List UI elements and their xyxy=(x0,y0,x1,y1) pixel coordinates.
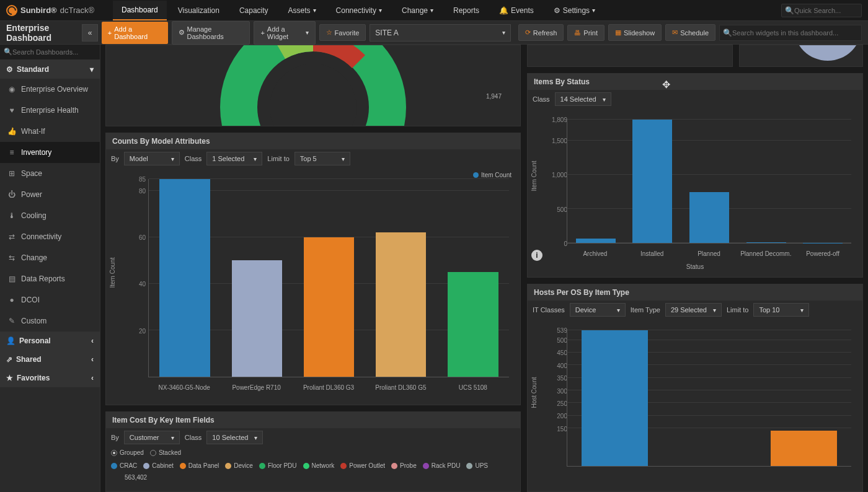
stacked-radio[interactable]: Stacked xyxy=(150,449,181,456)
y-tick: 450 xyxy=(557,349,567,356)
sidebar-section-standard[interactable]: ⚙Standard ▾ xyxy=(0,60,100,79)
legend-item[interactable]: Floor PDU xyxy=(259,462,297,469)
by-select[interactable]: Model▾ xyxy=(124,152,180,165)
bar[interactable] xyxy=(746,242,786,243)
sidebar-section-shared[interactable]: ⇗Shared ‹ xyxy=(0,350,100,369)
limit-select[interactable]: Top 5▾ xyxy=(294,152,350,165)
y-tick: 150 xyxy=(557,425,567,432)
plus-icon: + xyxy=(108,29,112,37)
x-tick: Archived xyxy=(567,250,624,257)
cost-by-select[interactable]: Customer▾ xyxy=(124,431,180,444)
nav-settings[interactable]: ⚙Settings▾ xyxy=(545,1,604,20)
schedule-button[interactable]: ✉Schedule xyxy=(665,24,715,41)
sidebar-item-what-if[interactable]: 👍What-If xyxy=(0,121,100,142)
bar[interactable] xyxy=(689,192,729,244)
y-tick: 1,809 xyxy=(552,116,567,123)
class-label: Class xyxy=(185,155,202,162)
add-widget-button[interactable]: +Add a Widget▾ xyxy=(254,21,315,45)
nav-visualization[interactable]: Visualization xyxy=(169,1,228,20)
sidebar-section-personal[interactable]: 👤Personal ‹ xyxy=(0,332,100,350)
bar[interactable] xyxy=(232,260,282,377)
add-dashboard-button[interactable]: +Add a Dashboard xyxy=(102,22,168,44)
sidebar-item-power[interactable]: ⏻Power xyxy=(0,184,100,205)
bar[interactable] xyxy=(376,232,426,377)
sidebar-search-input[interactable] xyxy=(0,45,100,60)
legend-item[interactable]: Rack PDU xyxy=(423,462,461,469)
class-label: Class xyxy=(185,434,202,441)
status-x-title: Status xyxy=(533,262,857,270)
bar[interactable] xyxy=(448,272,498,377)
bar[interactable] xyxy=(632,120,672,243)
y-axis-title: Item Count xyxy=(109,258,116,288)
sidebar-item-custom[interactable]: ✎Custom xyxy=(0,310,100,332)
print-icon: 🖶 xyxy=(574,29,581,37)
sidebar-item-enterprise-health[interactable]: ♥Enterprise Health xyxy=(0,100,100,121)
sidebar-item-change[interactable]: ⇆Change xyxy=(0,247,100,268)
favorite-button[interactable]: ☆Favorite xyxy=(319,24,366,41)
refresh-icon: ⟳ xyxy=(525,29,531,37)
sidebar-item-cooling[interactable]: 🌡Cooling xyxy=(0,205,100,226)
nav-events[interactable]: 🔔Events xyxy=(490,1,542,20)
sidebar-item-enterprise-overview[interactable]: ◉Enterprise Overview xyxy=(0,79,100,100)
legend-item[interactable]: Probe xyxy=(391,462,417,469)
refresh-button[interactable]: ⟳Refresh xyxy=(518,24,564,41)
bar[interactable] xyxy=(159,179,210,377)
cost-legend: Grouped Stacked CRACCabinetData PanelDev… xyxy=(106,447,520,473)
slideshow-button[interactable]: ▦Slideshow xyxy=(608,24,662,41)
bar[interactable] xyxy=(576,239,616,243)
cost-class-select[interactable]: 10 Selected▾ xyxy=(206,431,263,444)
nav-dashboard[interactable]: Dashboard xyxy=(113,1,167,20)
hosts-type-select[interactable]: 29 Selected▾ xyxy=(665,303,722,317)
chevron-down-icon: ▾ xyxy=(313,7,316,14)
nav-items: DashboardVisualizationCapacityAssets▾Con… xyxy=(113,1,604,20)
sidebar-icon: ✎ xyxy=(7,317,16,325)
info-icon[interactable]: i xyxy=(531,250,542,261)
nav-change[interactable]: Change▾ xyxy=(393,1,442,20)
sidebar-item-data-reports[interactable]: ▤Data Reports xyxy=(0,268,100,289)
legend-item[interactable]: CRAC xyxy=(111,462,137,469)
sidebar-icon: ≡ xyxy=(7,148,16,157)
sidebar-icon: ♥ xyxy=(7,106,16,115)
nav-reports[interactable]: Reports xyxy=(445,1,488,20)
sidebar-item-dcoi[interactable]: ●DCOI xyxy=(0,289,100,310)
widget-search-input[interactable] xyxy=(719,25,862,41)
status-widget: Items By Status ✥ Class 14 Selected▾ Ite… xyxy=(527,73,863,278)
sidebar-item-connectivity[interactable]: ⇄Connectivity xyxy=(0,226,100,247)
sidebar-icon: 👍 xyxy=(7,127,16,136)
site-select[interactable]: SITE A▾ xyxy=(370,24,510,42)
class-select[interactable]: 1 Selected▾ xyxy=(206,152,262,165)
chevron-down-icon: ▾ xyxy=(254,156,257,162)
chevron-down-icon: ▾ xyxy=(592,7,595,14)
y-axis-title: Host Count xyxy=(531,377,538,408)
y-tick: 500 xyxy=(557,336,567,343)
y-axis-title: Item Count xyxy=(531,161,538,191)
legend-item[interactable]: Data Panel xyxy=(180,462,219,469)
hosts-limit-select[interactable]: Top 10▾ xyxy=(753,303,809,317)
grouped-radio[interactable]: Grouped xyxy=(111,449,144,456)
donut-chart xyxy=(202,45,425,126)
mail-icon: ✉ xyxy=(672,29,678,37)
manage-dashboards-button[interactable]: ⚙Manage Dashboards xyxy=(172,21,250,45)
print-button[interactable]: 🖶Print xyxy=(567,25,604,41)
legend-item[interactable]: Device xyxy=(225,462,253,469)
sidebar-item-inventory[interactable]: ≡Inventory xyxy=(0,142,100,163)
chevron-down-icon: ▾ xyxy=(502,29,505,36)
status-class-select[interactable]: 14 Selected▾ xyxy=(555,92,611,106)
sidebar-item-space[interactable]: ⊞Space xyxy=(0,163,100,184)
cost-widget: Item Cost By Key Item Fields By Customer… xyxy=(105,411,521,492)
bar[interactable] xyxy=(304,237,354,377)
nav-capacity[interactable]: Capacity xyxy=(231,1,277,20)
legend-item[interactable]: UPS xyxy=(466,462,488,469)
sidebar-section-favorites[interactable]: ★Favorites ‹ xyxy=(0,369,100,387)
legend-item[interactable]: Cabinet xyxy=(143,462,173,469)
bar[interactable] xyxy=(771,431,837,466)
collapse-sidebar-button[interactable]: « xyxy=(82,24,97,42)
nav-assets[interactable]: Assets▾ xyxy=(280,1,325,20)
legend-item[interactable]: Power Outlet xyxy=(340,462,385,469)
y-tick: 200 xyxy=(557,413,567,420)
hosts-it-select[interactable]: Device▾ xyxy=(570,303,626,317)
bar[interactable] xyxy=(582,330,648,466)
chevron-down-icon: ▾ xyxy=(617,307,620,314)
nav-connectivity[interactable]: Connectivity▾ xyxy=(327,1,391,20)
legend-item[interactable]: Network xyxy=(303,462,335,469)
